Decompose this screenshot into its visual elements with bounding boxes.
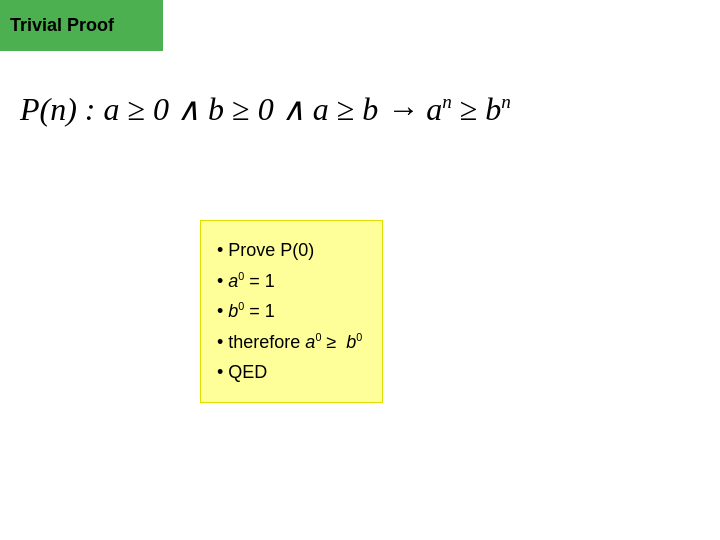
list-item: b0 = 1 [217,296,362,327]
list-item: therefore a0 ≥ b0 [217,327,362,358]
formula-text: P(n) : a ≥ 0 ∧ b ≥ 0 ∧ a ≥ b → an ≥ bn [20,91,511,127]
list-item: Prove P(0) [217,235,362,266]
main-formula: P(n) : a ≥ 0 ∧ b ≥ 0 ∧ a ≥ b → an ≥ bn [20,90,511,128]
list-item: QED [217,357,362,388]
proof-list: Prove P(0) a0 = 1 b0 = 1 therefore a0 ≥ … [217,235,362,388]
title-bar: Trivial Proof [0,0,163,51]
page-title: Trivial Proof [10,15,114,36]
proof-box: Prove P(0) a0 = 1 b0 = 1 therefore a0 ≥ … [200,220,383,403]
list-item: a0 = 1 [217,266,362,297]
